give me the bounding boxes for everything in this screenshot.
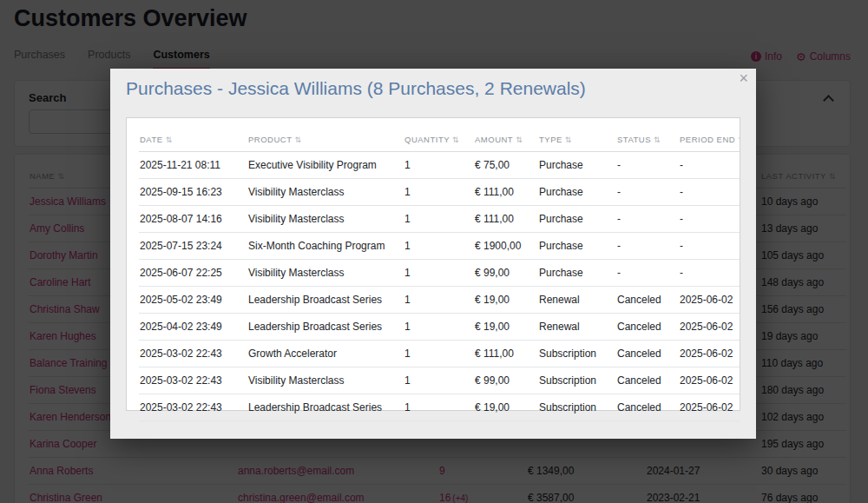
purchase-date-header-label: DATE — [140, 135, 163, 144]
purchase-type-cell: Purchase — [538, 233, 616, 260]
purchase-row: 2025-08-07 14:16Visibility Masterclass1€… — [139, 206, 740, 233]
purchase-quantity-header[interactable]: QUANTITY⇅ — [404, 127, 474, 152]
purchase-quantity-cell: 1 — [404, 233, 474, 260]
purchase-status-cell: Canceled — [616, 287, 679, 314]
purchase-row: 2025-06-07 22:25Visibility Masterclass1€… — [139, 260, 740, 287]
purchase-product-header-label: PRODUCT — [248, 135, 292, 144]
purchase-amount-cell: € 1900,00 — [474, 233, 538, 260]
purchase-amount-header-label: AMOUNT — [475, 135, 513, 144]
purchase-row: 2025-04-02 23:49Leadership Broadcast Ser… — [139, 314, 740, 341]
purchase-period-end-cell: - — [679, 152, 740, 179]
purchase-amount-cell: € 111,00 — [474, 206, 538, 233]
sort-icon: ⇅ — [654, 136, 661, 144]
purchase-period-end-cell: - — [679, 206, 740, 233]
close-icon[interactable]: × — [739, 69, 748, 89]
purchase-status-cell: - — [616, 206, 679, 233]
purchase-row: 2025-03-02 22:43Leadership Broadcast Ser… — [139, 394, 740, 421]
purchase-type-cell: Purchase — [538, 179, 616, 206]
purchase-date-cell: 2025-09-15 16:23 — [139, 179, 247, 206]
purchase-product-cell: Visibility Masterclass — [247, 206, 404, 233]
purchase-date-cell: 2025-05-02 23:49 — [139, 287, 247, 314]
purchase-amount-cell: € 19,00 — [474, 287, 538, 314]
purchase-quantity-header-label: QUANTITY — [404, 135, 450, 144]
purchase-type-header[interactable]: TYPE⇅ — [538, 127, 616, 152]
purchase-type-cell: Renewal — [538, 287, 616, 314]
purchase-row: 2025-07-15 23:24Six-Month Coaching Progr… — [139, 233, 740, 260]
purchase-period-end-cell: 2025-06-02 — [679, 394, 740, 421]
purchase-type-cell: Renewal — [538, 314, 616, 341]
purchases-table: DATE⇅PRODUCT⇅QUANTITY⇅AMOUNT⇅TYPE⇅STATUS… — [139, 127, 740, 421]
purchase-status-cell: Canceled — [616, 394, 679, 421]
purchase-quantity-cell: 1 — [404, 260, 474, 287]
purchase-product-cell: Visibility Masterclass — [247, 260, 404, 287]
purchase-product-cell: Leadership Broadcast Series — [247, 394, 404, 421]
purchase-status-cell: - — [616, 179, 679, 206]
purchase-date-cell: 2025-03-02 22:43 — [139, 394, 247, 421]
purchase-product-cell: Leadership Broadcast Series — [247, 287, 404, 314]
purchase-type-cell: Purchase — [538, 260, 616, 287]
purchase-date-cell: 2025-07-15 23:24 — [139, 233, 247, 260]
purchase-row: 2025-03-02 22:43Visibility Masterclass1€… — [139, 367, 740, 394]
purchase-period-end-cell: 2025-06-02 — [679, 341, 740, 367]
purchase-date-cell: 2025-04-02 23:49 — [139, 314, 247, 341]
purchase-quantity-cell: 1 — [404, 287, 474, 314]
purchase-product-cell: Growth Accelerator — [247, 341, 404, 367]
purchase-product-cell: Visibility Masterclass — [247, 179, 404, 206]
purchase-product-cell: Visibility Masterclass — [247, 367, 404, 394]
sort-icon: ⇅ — [294, 136, 301, 144]
purchase-date-cell: 2025-11-21 08:11 — [139, 152, 247, 179]
purchase-amount-cell: € 111,00 — [474, 341, 538, 367]
purchase-amount-cell: € 99,00 — [474, 367, 538, 394]
sort-icon: ⇅ — [166, 136, 173, 144]
purchases-modal: × Purchases - Jessica Williams (8 Purcha… — [110, 69, 756, 439]
purchase-amount-cell: € 19,00 — [474, 394, 538, 421]
purchase-period-end-cell: 2025-06-02 — [679, 287, 740, 314]
purchase-type-cell: Subscription — [538, 394, 616, 421]
purchase-row: 2025-09-15 16:23Visibility Masterclass1€… — [139, 179, 740, 206]
purchase-status-cell: Canceled — [616, 367, 679, 394]
purchase-date-cell: 2025-06-07 22:25 — [139, 260, 247, 287]
purchase-type-cell: Purchase — [538, 206, 616, 233]
purchase-quantity-cell: 1 — [404, 341, 474, 367]
purchase-quantity-cell: 1 — [404, 367, 474, 394]
purchase-type-header-label: TYPE — [539, 135, 562, 144]
sort-icon: ⇅ — [565, 136, 572, 144]
purchase-amount-cell: € 111,00 — [474, 179, 538, 206]
purchase-product-cell: Executive Visibility Program — [247, 152, 404, 179]
purchase-period-end-header-label: PERIOD END — [680, 135, 735, 144]
purchase-status-cell: - — [616, 260, 679, 287]
purchase-period-end-cell: 2025-06-02 — [679, 314, 740, 341]
purchase-period-end-cell: 2025-06-02 — [679, 367, 740, 394]
purchase-amount-cell: € 75,00 — [474, 152, 538, 179]
purchase-product-cell: Six-Month Coaching Program — [247, 233, 404, 260]
purchase-row: 2025-05-02 23:49Leadership Broadcast Ser… — [139, 287, 740, 314]
purchase-status-cell: - — [616, 152, 679, 179]
purchase-status-header[interactable]: STATUS⇅ — [616, 127, 679, 152]
purchase-quantity-cell: 1 — [404, 394, 474, 421]
purchase-type-cell: Subscription — [538, 341, 616, 367]
purchase-period-end-header[interactable]: PERIOD END⇅ — [679, 127, 740, 152]
purchase-quantity-cell: 1 — [404, 152, 474, 179]
purchase-status-header-label: STATUS — [617, 135, 651, 144]
purchase-product-cell: Leadership Broadcast Series — [247, 314, 404, 341]
purchase-date-cell: 2025-03-02 22:43 — [139, 341, 247, 367]
purchase-period-end-cell: - — [679, 260, 740, 287]
purchase-amount-header[interactable]: AMOUNT⇅ — [474, 127, 538, 152]
purchase-date-cell: 2025-03-02 22:43 — [139, 367, 247, 394]
modal-title: Purchases - Jessica Williams (8 Purchase… — [126, 78, 586, 99]
purchase-quantity-cell: 1 — [404, 206, 474, 233]
purchases-table-card: DATE⇅PRODUCT⇅QUANTITY⇅AMOUNT⇅TYPE⇅STATUS… — [126, 117, 740, 411]
purchase-type-cell: Subscription — [538, 367, 616, 394]
purchase-product-header[interactable]: PRODUCT⇅ — [247, 127, 404, 152]
purchase-amount-cell: € 19,00 — [474, 314, 538, 341]
purchase-amount-cell: € 99,00 — [474, 260, 538, 287]
purchase-type-cell: Purchase — [538, 152, 616, 179]
sort-icon: ⇅ — [452, 136, 459, 144]
purchase-status-cell: Canceled — [616, 341, 679, 367]
purchase-period-end-cell: - — [679, 233, 740, 260]
purchase-quantity-cell: 1 — [404, 179, 474, 206]
sort-icon: ⇅ — [738, 136, 740, 144]
purchase-quantity-cell: 1 — [404, 314, 474, 341]
sort-icon: ⇅ — [516, 136, 523, 144]
purchase-date-header[interactable]: DATE⇅ — [139, 127, 247, 152]
